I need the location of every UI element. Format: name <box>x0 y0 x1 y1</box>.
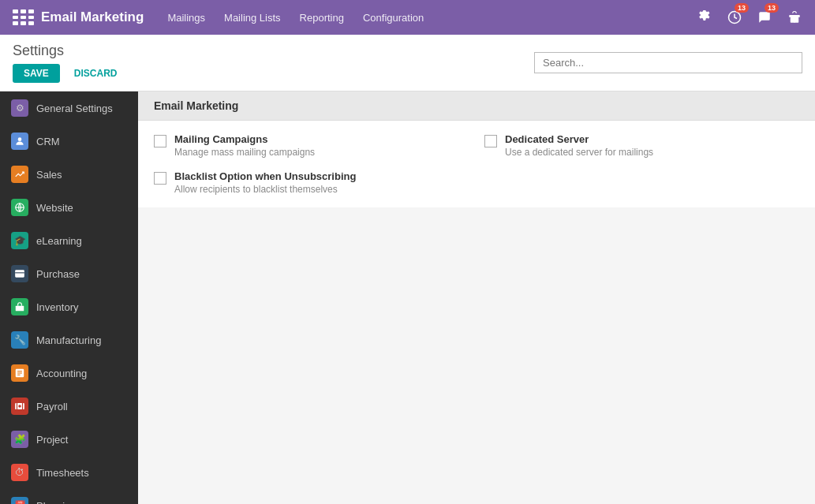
crm-icon <box>11 133 28 150</box>
messages-badge: 13 <box>765 3 779 13</box>
section-header: Email Marketing <box>138 91 815 121</box>
sidebar-label-planning: Planning <box>36 500 77 505</box>
inventory-icon <box>11 298 28 315</box>
dedicated-server-label: Dedicated Server <box>505 133 653 145</box>
sidebar-label-crm: CRM <box>36 136 60 147</box>
dedicated-server-info: Dedicated Server Use a dedicated server … <box>505 133 653 158</box>
planning-icon: 📅 <box>11 497 28 504</box>
activity-icon[interactable]: 13 <box>723 6 746 28</box>
sidebar-item-payroll[interactable]: Payroll <box>0 390 138 423</box>
topnav: Email Marketing Mailings Mailing Lists R… <box>0 0 815 35</box>
sidebar-label-payroll: Payroll <box>36 401 68 413</box>
nav-reporting[interactable]: Reporting <box>300 9 344 27</box>
sidebar-item-manufacturing[interactable]: 🔧 Manufacturing <box>0 323 138 357</box>
sidebar-item-timesheets[interactable]: ⏱ Timesheets <box>0 456 138 489</box>
elearning-icon: 🎓 <box>11 232 28 249</box>
setting-dedicated-server: Dedicated Server Use a dedicated server … <box>484 133 799 158</box>
messages-icon[interactable]: 13 <box>753 6 776 28</box>
mailing-campaigns-desc: Manage mass mailing campaigns <box>174 147 315 158</box>
general-settings-icon: ⚙ <box>11 99 28 117</box>
search-input[interactable] <box>534 52 802 73</box>
page-title: Settings <box>13 43 125 59</box>
sidebar-item-inventory[interactable]: Inventory <box>0 290 138 323</box>
app-title: Email Marketing <box>41 9 144 25</box>
sidebar-label-manufacturing: Manufacturing <box>36 334 101 346</box>
sales-icon <box>11 166 28 183</box>
gear-nav-icon[interactable] <box>693 6 716 28</box>
toolbar: Settings SAVE DISCARD <box>0 35 815 91</box>
project-icon: 🧩 <box>11 431 28 448</box>
sidebar-label-elearning: eLearning <box>36 235 82 247</box>
nav-mailings[interactable]: Mailings <box>167 9 205 27</box>
setting-mailing-campaigns: Mailing Campaigns Manage mass mailing ca… <box>154 133 469 158</box>
sidebar-item-planning[interactable]: 📅 Planning <box>0 489 138 504</box>
nav-links: Mailings Mailing Lists Reporting Configu… <box>167 9 693 27</box>
manufacturing-icon: 🔧 <box>11 331 28 349</box>
save-button[interactable]: SAVE <box>13 64 60 83</box>
sidebar-label-sales: Sales <box>36 169 62 181</box>
purchase-icon <box>11 265 28 282</box>
mailing-campaigns-label: Mailing Campaigns <box>174 133 315 145</box>
toolbar-buttons: SAVE DISCARD <box>13 64 125 83</box>
sidebar-item-purchase[interactable]: Purchase <box>0 257 138 290</box>
mailing-campaigns-checkbox[interactable] <box>154 135 166 147</box>
sidebar-label-general-settings: General Settings <box>36 103 113 114</box>
main-layout: ⚙ General Settings CRM Sales Website 🎓 e… <box>0 91 815 504</box>
sidebar-label-timesheets: Timesheets <box>36 467 89 479</box>
activity-badge: 13 <box>735 3 749 13</box>
svg-rect-8 <box>16 306 24 311</box>
accounting-icon <box>11 364 28 382</box>
sidebar-label-website: Website <box>36 202 73 214</box>
website-icon <box>11 199 28 216</box>
sidebar-item-accounting[interactable]: Accounting <box>0 357 138 390</box>
svg-point-14 <box>18 405 21 408</box>
sidebar-item-general-settings[interactable]: ⚙ General Settings <box>0 91 138 125</box>
blacklist-option-label: Blacklist Option when Unsubscribing <box>174 170 356 182</box>
blacklist-option-checkbox[interactable] <box>154 172 166 185</box>
sidebar-label-project: Project <box>36 434 68 446</box>
payroll-icon <box>11 398 28 415</box>
dedicated-server-desc: Use a dedicated server for mailings <box>505 147 653 158</box>
topnav-icons: 13 13 <box>693 6 806 28</box>
sidebar-item-elearning[interactable]: 🎓 eLearning <box>0 224 138 257</box>
nav-configuration[interactable]: Configuration <box>363 9 424 27</box>
gift-icon[interactable] <box>783 6 806 28</box>
content-area: Email Marketing Mailing Campaigns Manage… <box>138 91 815 504</box>
sidebar-item-project[interactable]: 🧩 Project <box>0 423 138 456</box>
nav-mailing-lists[interactable]: Mailing Lists <box>224 9 281 27</box>
setting-blacklist-option: Blacklist Option when Unsubscribing Allo… <box>154 170 469 195</box>
sidebar: ⚙ General Settings CRM Sales Website 🎓 e… <box>0 91 138 504</box>
svg-rect-6 <box>15 270 24 277</box>
dedicated-server-checkbox[interactable] <box>484 135 497 147</box>
sidebar-label-purchase: Purchase <box>36 268 80 280</box>
blacklist-option-info: Blacklist Option when Unsubscribing Allo… <box>174 170 356 195</box>
toolbar-left: Settings SAVE DISCARD <box>13 43 125 83</box>
sidebar-item-sales[interactable]: Sales <box>0 158 138 191</box>
mailing-campaigns-info: Mailing Campaigns Manage mass mailing ca… <box>174 133 315 158</box>
sidebar-item-crm[interactable]: CRM <box>0 125 138 158</box>
settings-grid: Mailing Campaigns Manage mass mailing ca… <box>138 121 815 207</box>
discard-button[interactable]: DISCARD <box>66 64 125 83</box>
svg-point-3 <box>18 137 22 141</box>
sidebar-label-accounting: Accounting <box>36 368 87 379</box>
blacklist-option-desc: Allow recipients to blacklist themselves <box>174 184 356 195</box>
timesheets-icon: ⏱ <box>11 464 28 481</box>
sidebar-label-inventory: Inventory <box>36 301 78 313</box>
sidebar-item-website[interactable]: Website <box>0 191 138 224</box>
grid-icon[interactable] <box>9 6 32 28</box>
